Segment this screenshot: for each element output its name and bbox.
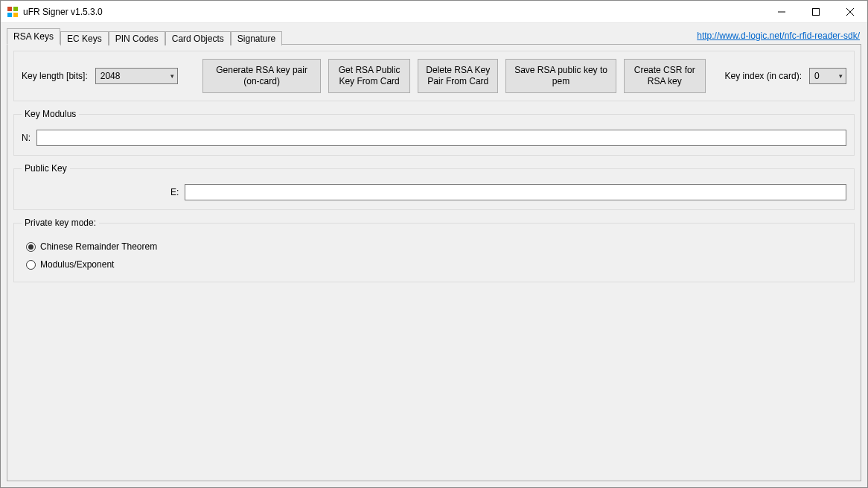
- save-rsa-pem-button[interactable]: Save RSA public key to pem: [505, 59, 616, 93]
- toolbar-row: Key length [bits]: 2048 ▾ Generate RSA k…: [13, 51, 855, 101]
- key-length-value: 2048: [100, 71, 121, 81]
- public-key-group: Public Key E:: [13, 163, 855, 210]
- chevron-down-icon: ▾: [170, 72, 174, 80]
- maximize-button[interactable]: [799, 1, 833, 23]
- radio-modexp-label: Modulus/Exponent: [40, 259, 114, 270]
- e-input[interactable]: [185, 184, 846, 200]
- app-window: uFR Signer v1.5.3.0 RSA Keys EC Keys PIN…: [0, 0, 868, 488]
- key-modulus-group: Key Modulus N:: [13, 109, 855, 156]
- chevron-down-icon: ▾: [839, 72, 843, 80]
- public-key-legend: Public Key: [22, 163, 70, 174]
- key-length-select[interactable]: 2048 ▾: [95, 68, 178, 84]
- key-length-label: Key length [bits]:: [22, 71, 88, 81]
- private-key-mode-group: Private key mode: Chinese Remainder Theo…: [13, 218, 855, 282]
- radio-crt[interactable]: Chinese Remainder Theorem: [26, 241, 846, 252]
- radio-icon: [26, 260, 36, 270]
- private-key-mode-legend: Private key mode:: [22, 218, 99, 228]
- key-index-value: 0: [814, 71, 820, 81]
- radio-modexp[interactable]: Modulus/Exponent: [26, 259, 846, 270]
- radio-icon: [26, 242, 36, 252]
- tab-card-objects[interactable]: Card Objects: [165, 31, 231, 45]
- n-input[interactable]: [36, 130, 846, 146]
- get-rsa-public-key-button[interactable]: Get RSA Public Key From Card: [328, 59, 411, 93]
- e-label: E:: [170, 187, 179, 197]
- svg-rect-1: [13, 7, 18, 11]
- tab-ec-keys[interactable]: EC Keys: [60, 31, 109, 45]
- svg-rect-5: [813, 8, 820, 15]
- key-index-select[interactable]: 0 ▾: [809, 68, 846, 84]
- minimize-button[interactable]: [765, 1, 799, 23]
- key-modulus-legend: Key Modulus: [22, 109, 79, 119]
- n-label: N:: [22, 133, 31, 143]
- delete-rsa-key-button[interactable]: Delete RSA Key Pair From Card: [418, 59, 498, 93]
- generate-rsa-button[interactable]: Generate RSA key pair (on-card): [202, 59, 320, 93]
- app-icon: [7, 6, 19, 18]
- svg-rect-0: [7, 7, 12, 11]
- radio-crt-label: Chinese Remainder Theorem: [40, 241, 157, 252]
- sdk-link[interactable]: http://www.d-logic.net/nfc-rfid-reader-s…: [697, 31, 861, 41]
- tab-pin-codes[interactable]: PIN Codes: [109, 31, 165, 45]
- tab-page-rsa: Key length [bits]: 2048 ▾ Generate RSA k…: [7, 44, 861, 481]
- svg-rect-2: [7, 13, 12, 17]
- tab-signature[interactable]: Signature: [231, 31, 282, 45]
- key-index-label: Key index (in card):: [725, 71, 802, 81]
- close-button[interactable]: [833, 1, 867, 23]
- titlebar: uFR Signer v1.5.3.0: [1, 1, 867, 23]
- tab-strip: RSA Keys EC Keys PIN Codes Card Objects …: [7, 28, 282, 44]
- tab-rsa-keys[interactable]: RSA Keys: [7, 28, 60, 45]
- create-csr-button[interactable]: Create CSR for RSA key: [624, 59, 706, 93]
- window-title: uFR Signer v1.5.3.0: [23, 7, 103, 17]
- client-area: RSA Keys EC Keys PIN Codes Card Objects …: [1, 23, 867, 487]
- svg-rect-3: [13, 13, 18, 17]
